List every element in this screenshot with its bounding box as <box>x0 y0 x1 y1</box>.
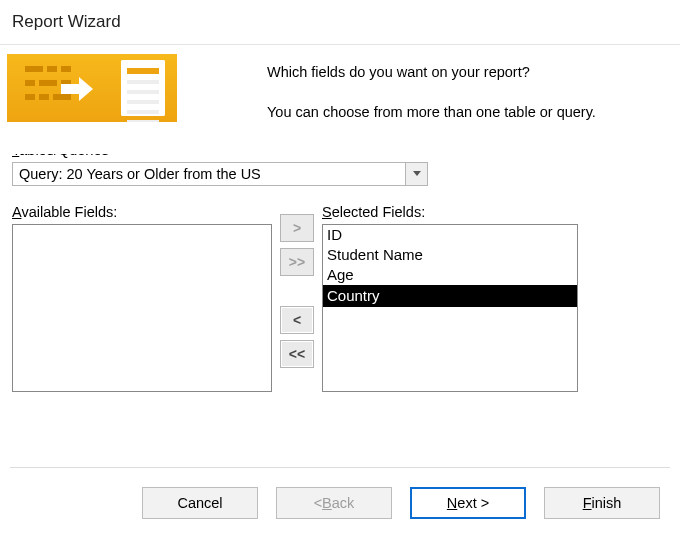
selected-fields-label: Selected Fields: <box>322 204 578 220</box>
next-button[interactable]: Next > <box>410 487 526 519</box>
list-item[interactable]: Age <box>323 265 577 285</box>
report-icon <box>121 60 165 116</box>
list-item[interactable]: ID <box>323 225 577 245</box>
add-field-button[interactable]: > <box>280 214 314 242</box>
list-item[interactable]: Student Name <box>323 245 577 265</box>
tables-queries-value[interactable]: Query: 20 Years or Older from the US <box>12 162 406 186</box>
dialog-content: Which fields do you want on your report?… <box>0 42 680 392</box>
remove-field-button[interactable]: < <box>280 306 314 334</box>
finish-button[interactable]: Finish <box>544 487 660 519</box>
list-item[interactable]: Country <box>323 285 577 307</box>
back-button[interactable]: < Back <box>276 487 392 519</box>
chevron-down-icon <box>413 171 421 176</box>
report-wizard-dialog: Report Wizard Which fields do you want o… <box>0 0 680 535</box>
combo-dropdown-button[interactable] <box>406 162 428 186</box>
selected-fields-list[interactable]: IDStudent NameAgeCountry <box>322 224 578 392</box>
cancel-button[interactable]: Cancel <box>142 487 258 519</box>
remove-all-fields-button[interactable]: << <box>280 340 314 368</box>
instruction-line-1: Which fields do you want on your report? <box>267 62 668 84</box>
available-fields-list[interactable] <box>12 224 272 392</box>
tables-queries-combo[interactable]: Query: 20 Years or Older from the US <box>12 162 428 186</box>
wizard-illustration <box>7 54 247 154</box>
available-fields-label: Available Fields: <box>12 204 272 220</box>
add-all-fields-button[interactable]: >> <box>280 248 314 276</box>
button-bar: Cancel < Back Next > Finish <box>0 467 680 535</box>
instruction-line-2: You can choose from more than one table … <box>267 102 668 124</box>
dialog-title: Report Wizard <box>0 0 680 42</box>
instruction-text: Which fields do you want on your report?… <box>267 54 668 124</box>
